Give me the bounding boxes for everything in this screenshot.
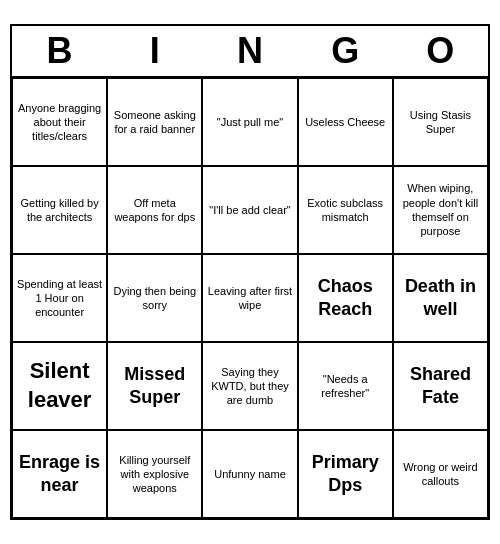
letter-o: O [397,30,483,72]
cell-19: Shared Fate [393,342,488,430]
letter-g: G [302,30,388,72]
cell-24: Wrong or weird callouts [393,430,488,518]
cell-11: Dying then being sorry [107,254,202,342]
cell-12: Leaving after first wipe [202,254,297,342]
letter-b: B [17,30,103,72]
cell-4: Using Stasis Super [393,78,488,166]
cell-5: Getting killed by the architects [12,166,107,254]
letter-i: I [112,30,198,72]
cell-2: "Just pull me" [202,78,297,166]
cell-1: Someone asking for a raid banner [107,78,202,166]
cell-22: Unfunny name [202,430,297,518]
cell-21: Killing yourself with explosive weapons [107,430,202,518]
cell-6: Off meta weapons for dps [107,166,202,254]
letter-n: N [207,30,293,72]
bingo-header: B I N G O [12,26,488,76]
cell-20: Enrage is near [12,430,107,518]
cell-23: Primary Dps [298,430,393,518]
cell-9: When wiping, people don't kill themself … [393,166,488,254]
cell-3: Useless Cheese [298,78,393,166]
cell-16: Missed Super [107,342,202,430]
cell-17: Saying they KWTD, but they are dumb [202,342,297,430]
cell-13: Chaos Reach [298,254,393,342]
cell-18: "Needs a refresher" [298,342,393,430]
bingo-card: B I N G O Anyone bragging about their ti… [10,24,490,520]
cell-7: "I'll be add clear" [202,166,297,254]
cell-10: Spending at least 1 Hour on encounter [12,254,107,342]
cell-14: Death in well [393,254,488,342]
bingo-grid: Anyone bragging about their titles/clear… [12,76,488,518]
cell-15: Silent leaver [12,342,107,430]
cell-0: Anyone bragging about their titles/clear… [12,78,107,166]
cell-8: Exotic subclass mismatch [298,166,393,254]
